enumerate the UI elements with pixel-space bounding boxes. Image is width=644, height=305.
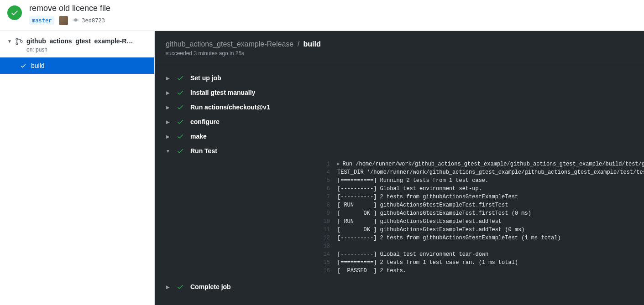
- line-number: 6: [315, 185, 337, 193]
- commit-hash-text: 3ed8723: [82, 17, 105, 24]
- check-icon: [177, 74, 184, 82]
- line-content: [----------] 2 tests from githubActionsG…: [337, 234, 561, 242]
- log-panel: github_actions_gtest_example-Release / b…: [155, 31, 644, 305]
- log-line: 5[==========] Running 2 tests from 1 tes…: [155, 176, 644, 185]
- check-icon: [177, 118, 184, 125]
- sidebar-job-build[interactable]: build: [0, 57, 154, 74]
- log-line: 11[ OK ] githubActionsGtestExampleTest.a…: [155, 226, 644, 234]
- workflow-header[interactable]: ▼ github_actions_gtest_example-R… on: pu…: [0, 31, 154, 57]
- caret-down-icon: ▼: [166, 149, 170, 154]
- page-header: remove old licence file master 3ed8723: [0, 0, 644, 31]
- log-line: 9[ OK ] githubActionsGtestExampleTest.fi…: [155, 209, 644, 217]
- log-block: 1▶Run /home/runner/work/github_actions_g…: [155, 158, 644, 279]
- svg-point-1: [16, 43, 18, 45]
- log-line: 7[----------] 2 tests from githubActions…: [155, 193, 644, 201]
- svg-point-0: [16, 38, 18, 40]
- workflow-icon: [16, 38, 23, 47]
- step-row[interactable]: ▶Install gtest manually: [155, 85, 644, 100]
- line-content: [==========] Running 2 tests from 1 test…: [337, 176, 488, 185]
- breadcrumb-job: build: [304, 40, 321, 48]
- line-content: [ PASSED ] 2 tests.: [337, 267, 406, 275]
- step-name: make: [190, 133, 207, 140]
- line-number: 15: [315, 258, 337, 267]
- log-line: 6[----------] Global test environment se…: [155, 185, 644, 193]
- line-content: TEST_DIR '/home/runner/work/github_actio…: [337, 168, 644, 176]
- check-icon: [177, 133, 184, 140]
- log-line: 8[ RUN ] githubActionsGtestExampleTest.f…: [155, 201, 644, 209]
- sidebar-job-label: build: [31, 62, 45, 69]
- sidebar: ▼ github_actions_gtest_example-R… on: pu…: [0, 31, 155, 305]
- line-number: 4: [315, 168, 337, 176]
- line-number: 1: [315, 160, 337, 168]
- caret-right-icon: ▶: [166, 284, 170, 289]
- log-line: 4TEST_DIR '/home/runner/work/github_acti…: [155, 168, 644, 176]
- log-line: 16[ PASSED ] 2 tests.: [155, 267, 644, 275]
- log-line: 14[----------] Global test environment t…: [155, 250, 644, 258]
- line-content: [==========] 2 tests from 1 test case ra…: [337, 258, 518, 267]
- caret-right-icon: ▶: [166, 119, 170, 124]
- log-line: 15[==========] 2 tests from 1 test case …: [155, 258, 644, 267]
- breadcrumb-workflow: github_actions_gtest_example-Release: [166, 40, 293, 48]
- caret-right-icon: ▶: [166, 76, 170, 81]
- caret-right-icon: ▶: [166, 105, 170, 110]
- svg-point-2: [21, 41, 22, 42]
- line-number: 14: [315, 250, 337, 258]
- step-name: Run Test: [190, 147, 217, 155]
- caret-right-icon: ▶: [166, 134, 170, 139]
- log-line: 12[----------] 2 tests from githubAction…: [155, 234, 644, 242]
- line-number: 12: [315, 234, 337, 242]
- log-line: 10[ RUN ] githubActionsGtestExampleTest.…: [155, 217, 644, 226]
- step-name: Run actions/checkout@v1: [190, 103, 270, 111]
- step-name: configure: [190, 118, 220, 125]
- step-row[interactable]: ▶Complete job: [155, 279, 644, 294]
- commit-title: remove old licence file: [29, 4, 637, 13]
- step-row[interactable]: ▼Run Test: [155, 144, 644, 158]
- line-content: [ OK ] githubActionsGtestExampleTest.fir…: [337, 209, 531, 217]
- line-number: 7: [315, 193, 337, 201]
- line-number: 13: [315, 242, 337, 250]
- check-icon: [177, 283, 184, 290]
- step-name: Set up job: [190, 74, 221, 82]
- log-line: 13: [155, 242, 644, 250]
- check-icon: [177, 103, 184, 111]
- branch-badge[interactable]: master: [29, 16, 54, 25]
- line-number: 11: [315, 226, 337, 234]
- line-content: [ RUN ] githubActionsGtestExampleTest.fi…: [337, 201, 508, 209]
- line-content: ▶Run /home/runner/work/github_actions_gt…: [337, 160, 644, 168]
- caret-right-icon[interactable]: ▶: [337, 160, 340, 168]
- check-icon: [177, 147, 184, 155]
- line-number: 8: [315, 201, 337, 209]
- line-content: [----------] Global test environment set…: [337, 185, 482, 193]
- caret-down-icon: ▼: [7, 39, 12, 44]
- line-content: [----------] Global test environment tea…: [337, 250, 488, 258]
- line-content: [ RUN ] githubActionsGtestExampleTest.ad…: [337, 217, 502, 226]
- line-content: [ OK ] githubActionsGtestExampleTest.add…: [337, 226, 524, 234]
- check-icon: [20, 62, 26, 69]
- step-name: Complete job: [190, 283, 231, 290]
- step-row[interactable]: ▶make: [155, 129, 644, 144]
- check-icon: [177, 89, 184, 96]
- step-row[interactable]: ▶Run actions/checkout@v1: [155, 100, 644, 114]
- line-content: [----------] 2 tests from githubActionsG…: [337, 193, 518, 201]
- step-name: Install gtest manually: [190, 89, 255, 96]
- line-number: 9: [315, 209, 337, 217]
- log-line: 1▶Run /home/runner/work/github_actions_g…: [155, 160, 644, 168]
- line-number: 10: [315, 217, 337, 226]
- workflow-name: github_actions_gtest_example-R…: [26, 37, 147, 45]
- workflow-trigger: on: push: [26, 47, 147, 53]
- commit-icon: [73, 17, 79, 25]
- commit-hash[interactable]: 3ed8723: [73, 17, 105, 25]
- breadcrumb: github_actions_gtest_example-Release / b…: [166, 40, 633, 48]
- step-row[interactable]: ▶Set up job: [155, 71, 644, 85]
- status-line: succeeded 3 minutes ago in 25s: [166, 50, 633, 57]
- line-number: 5: [315, 176, 337, 185]
- line-number: 16: [315, 267, 337, 275]
- step-row[interactable]: ▶configure: [155, 114, 644, 129]
- caret-right-icon: ▶: [166, 90, 170, 95]
- status-success-icon: [7, 5, 22, 20]
- breadcrumb-separator: /: [298, 40, 299, 48]
- author-avatar[interactable]: [59, 16, 68, 25]
